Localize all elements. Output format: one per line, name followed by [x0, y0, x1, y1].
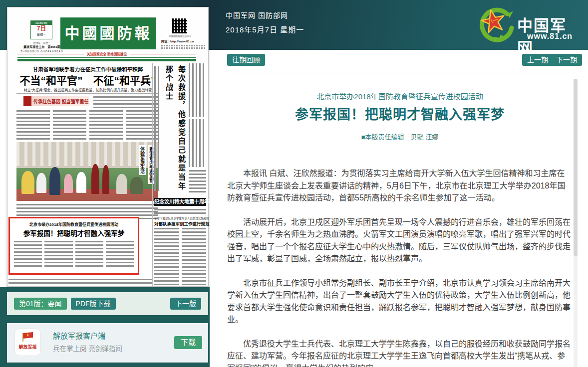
newsprint-vertical-text	[189, 119, 206, 167]
pdf-download-button[interactable]: PDF版下载	[71, 298, 116, 310]
memorial-banner: 纪念汶川特大地震十周年	[154, 198, 206, 206]
qr-label: 中国国防报微信公众号	[166, 34, 194, 37]
article-paragraph: 本报讯 白斌、汪欣然报道：为贯彻落实习主席给南开大学新入伍大学生回信精神和习主席…	[227, 168, 573, 204]
newspaper-website: 网址：http://www.81.cn	[161, 39, 205, 44]
lead-subhead: 树立“大征兵”理念，推进征兵工作由征集数量、边防比例向提升质量、聚力备战转变	[16, 87, 159, 92]
masthead-green-bar	[17, 59, 196, 61]
right-article-headline: 对部队承担军训工作进行规范	[154, 220, 206, 226]
site-logo[interactable]: 八一 中国军网 www.81.cn	[475, 5, 580, 45]
newspaper-right-section: 每次救援，他感觉自己就是当年那个战士 纪念汶川特大地震十周年 空军下发部队承训学…	[154, 63, 206, 286]
newspaper-date-block: 2018年5月 7日 星期一	[30, 20, 52, 39]
newsprint-text-block	[93, 96, 159, 108]
app-icon-text: 解放军报	[15, 345, 40, 350]
newsprint-vertical-text	[154, 66, 161, 191]
newsprint-text-block	[8, 279, 152, 285]
newsprint-text-block	[154, 209, 206, 215]
right-article-kicker: 空军下发部队承训学生军训人员管理实施细则	[154, 216, 206, 220]
article-title: 参军报国！把聪明才智融入强军梦	[227, 104, 573, 123]
lead-kicker: 甘肃省军地联手着力在征兵工作中破除和平积弊	[16, 65, 159, 73]
newspaper-slogan: 关注国家安全 助推国防建设	[87, 51, 127, 56]
column-divider	[152, 63, 153, 286]
logo-url: www.81.cn	[527, 32, 573, 41]
prev-issue-button[interactable]: 上一期	[522, 54, 553, 66]
toolbar-divider	[227, 72, 574, 72]
newspaper-month: 2018年5月	[31, 21, 52, 25]
logo-emblem-icon: 八一	[475, 6, 515, 46]
newsprint-vertical-text	[189, 63, 206, 117]
header-date: 2018年5月7日 星期一	[226, 24, 304, 34]
site-links[interactable]: 中国军网 国防部网	[226, 10, 288, 20]
boxed-kicker: 北京市举办2018年国防教育暨征兵宣传进校园活动	[10, 221, 138, 227]
newsprint-columns	[154, 228, 206, 286]
newspaper-day: 7日	[31, 25, 52, 32]
app-subtitle: 兵在掌上阅 亮剑弹指间	[53, 343, 122, 353]
lead-headline: 不当“和平官” 不征“和平兵”	[16, 72, 159, 87]
newspaper-weekday: 星期一	[31, 32, 52, 37]
newsprint-columns	[14, 241, 134, 267]
vertical-headline: 每次救援，他感觉自己就是当年那个战士	[162, 65, 188, 191]
newspaper-contact: 网址：http://www.81.cn	[161, 39, 205, 49]
newspaper-page-preview[interactable]: 2018年5月 7日 星期一 戊戌年三月廿二 解放军报社主办 第3651期 ZH…	[7, 7, 209, 287]
scrollbar-track[interactable]	[574, 79, 578, 367]
highlighted-article-box[interactable]: 北京市举办2018年国防教育暨征兵宣传进校园活动 参军报国！把聪明才智融入强军梦	[8, 217, 139, 275]
newsprint-text-block	[189, 170, 206, 194]
sidebar-lower-panel: 第01版：要闻 PDF版下载 下一版 解放军报 解放军报客户端 兵在掌上阅 亮剑…	[0, 287, 210, 367]
next-issue-button[interactable]: 下一期	[551, 54, 582, 66]
masthead-rule	[17, 57, 196, 58]
article-editor-line: ■本版责任编辑 贝骁 汪娜	[227, 132, 573, 141]
edition-nav-bar: 第01版：要闻 PDF版下载 下一版	[7, 292, 208, 315]
page: 中国军网 国防部网 2018年5月7日 星期一 八一 中国军网 www.81.c…	[0, 0, 588, 367]
edition-label-button[interactable]: 第01版：要闻	[14, 298, 67, 310]
app-title[interactable]: 解放军报客户端	[53, 330, 105, 341]
newspaper-slogan-row: 关注国家安全 助推国防建设	[17, 51, 196, 56]
red-theme-banner: 传承红色基因 担当强军重任	[23, 96, 89, 106]
article-body: 本报讯 白斌、汪欣然报道：为贯彻落实习主席给南开大学新入伍大学生回信精神和习主席…	[227, 168, 573, 367]
red-theme-banner-text: 传承红色基因 担当强军重任	[33, 98, 89, 105]
next-edition-button[interactable]: 下一版	[170, 298, 201, 310]
past-issues-button[interactable]: 往期回顾	[227, 54, 265, 66]
qr-code-icon	[172, 18, 187, 33]
app-promo-card: 解放军报 解放军报客户端 兵在掌上阅 亮剑弹指间 下载	[7, 323, 208, 363]
boxed-headline: 参军报国！把聪明才智融入强军梦	[10, 228, 138, 238]
newspaper-photo: 香港青少年进军营体验军旅生活	[16, 142, 158, 201]
jiefangjun-app-icon: 解放军报	[14, 329, 41, 356]
article-paragraph: 北京市征兵工作领导小组常务副组长、副市长王宁介绍，北京市认真学习领会习主席给南开…	[227, 277, 573, 326]
newspaper-masthead: 中國國防報	[60, 17, 156, 49]
newspaper-main-section: 甘肃省军地联手着力在征兵工作中破除和平积弊 不当“和平官” 不征“和平兵” 树立…	[16, 63, 159, 221]
article-paragraph: 活动展开后，北京卫戍区迎外军乐团首先呈现一场令人震撼的行进音乐会，雄壮的军乐回荡…	[227, 216, 573, 265]
newsprint-columns	[16, 110, 159, 141]
scrollbar-thumb[interactable]	[574, 79, 578, 256]
download-button[interactable]: 下载	[174, 336, 202, 349]
article-paragraph: 优秀退役大学生士兵代表、北京理工大学学生陈鑫鑫，以自己的服役经历和收获鼓励同学报…	[227, 338, 573, 367]
article-kicker: 北京市举办2018年国防教育暨征兵宣传进校园活动	[227, 91, 573, 101]
